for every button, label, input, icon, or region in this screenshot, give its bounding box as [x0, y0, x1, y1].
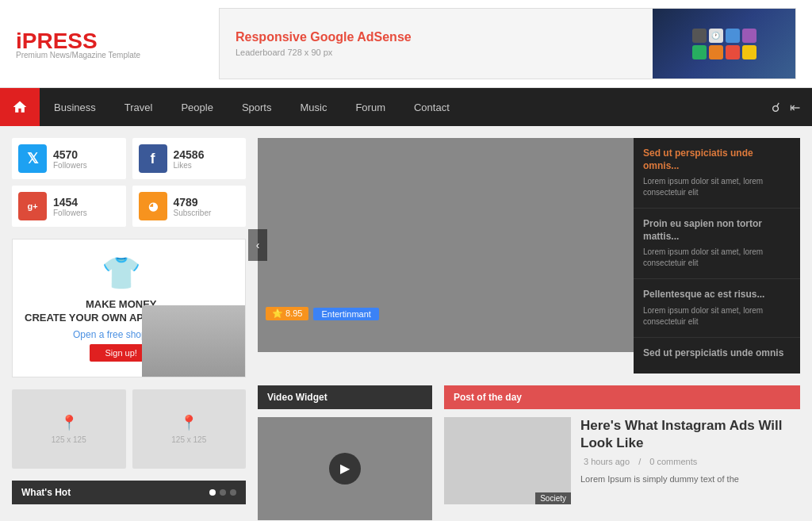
site-logo[interactable]: iPRESS Premium News/Magazine Template — [16, 29, 140, 59]
post-meta-sep: / — [638, 457, 641, 466]
hero-post-2-excerpt: Lorem ipsum dolor sit amet, lorem consec… — [643, 247, 791, 269]
hero-post-4[interactable]: Sed ut perspiciatis unde omnis — [634, 338, 800, 374]
hero-post-3-title: Pellentesque ac est risus... — [643, 289, 791, 301]
nav-item-sports[interactable]: Sports — [228, 90, 286, 125]
rss-icon: ◕ — [139, 192, 167, 220]
video-player[interactable]: ▶ — [258, 417, 432, 520]
ad-subtitle: Leaderboard 728 x 90 px — [236, 48, 637, 57]
hero-sidebar-posts: Sed ut perspiciatis unde omnis... Lorem … — [634, 138, 800, 374]
facebook-icon: f — [139, 144, 167, 173]
facebook-count: 24586 — [174, 148, 205, 161]
nav-items: Business Travel People Sports Music Foru… — [40, 90, 772, 125]
sidebar: 𝕏 4570 Followers f 24586 Likes g+ 1454 — [12, 138, 246, 520]
hero-post-2-title: Proin eu sapien non tortor mattis... — [643, 218, 791, 243]
facebook-stat[interactable]: f 24586 Likes — [132, 138, 247, 179]
ad-laptop-image — [142, 305, 245, 377]
whats-hot-title: What's Hot — [21, 487, 209, 498]
google-icon: g+ — [18, 192, 47, 220]
whats-hot-bar: What's Hot — [12, 481, 246, 504]
carousel-dot-1[interactable] — [209, 489, 216, 496]
carousel-dot-2[interactable] — [220, 489, 226, 496]
google-count: 1454 — [53, 196, 87, 209]
nav-item-business[interactable]: Business — [40, 90, 110, 125]
ad-text: Responsive Google AdSense Leaderboard 72… — [220, 18, 653, 69]
hero-post-1[interactable]: Sed ut perspiciatis unde omnis... Lorem … — [634, 138, 800, 209]
hero-post-3[interactable]: Pellentesque ac est risus... Lorem ipsum… — [634, 279, 800, 338]
post-of-day: Society Here's What Instagram Ads Will L… — [444, 417, 800, 504]
facebook-label: Likes — [174, 161, 205, 170]
video-widget-section: Video Widget ▶ — [258, 385, 432, 520]
post-of-day-header: Post of the day — [444, 385, 800, 409]
hero-section: ‹ ⭐ 8.95 Entertinmant Sed ut perspiciati… — [258, 138, 800, 374]
thumb-size-1: 125 x 125 — [52, 435, 86, 444]
share-icon[interactable]: ⇤ — [790, 100, 800, 115]
post-of-day-section: Post of the day Society Here's What Inst… — [444, 385, 800, 520]
hero-post-1-excerpt: Lorem ipsum dolor sit amet, lorem consec… — [643, 176, 791, 198]
thumbnail-row: 📍 125 x 125 📍 125 x 125 — [12, 389, 246, 469]
post-time: 3 hours ago — [584, 457, 630, 466]
home-icon — [12, 99, 28, 115]
thumbnail-1[interactable]: 📍 125 x 125 — [12, 389, 126, 469]
hero-prev-arrow[interactable]: ‹ — [248, 229, 267, 261]
shirt-icon: 👕 — [25, 255, 217, 292]
thumb-size-2: 125 x 125 — [171, 435, 206, 444]
hero-rating: ⭐ 8.95 — [266, 307, 308, 320]
twitter-stat[interactable]: 𝕏 4570 Followers — [12, 138, 126, 179]
post-excerpt: Lorem Ipsum is simply dummy text of the — [580, 473, 800, 486]
content-wrapper: 𝕏 4570 Followers f 24586 Likes g+ 1454 — [0, 126, 812, 521]
post-badge: Society — [535, 492, 571, 504]
logo-i: i — [16, 29, 22, 53]
main-content: ‹ ⭐ 8.95 Entertinmant Sed ut perspiciati… — [246, 138, 800, 520]
twitter-label: Followers — [53, 161, 87, 170]
below-hero: Video Widget ▶ Post of the day Society H… — [258, 385, 800, 520]
hero-post-2[interactable]: Proin eu sapien non tortor mattis... Lor… — [634, 209, 800, 279]
sidebar-ad: 👕 MAKE MONEY CREATE YOUR OWN APPAREL BRA… — [12, 239, 246, 377]
hero-post-3-excerpt: Lorem ipsum dolor sit amet, lorem consec… — [643, 305, 791, 328]
nav-item-people[interactable]: People — [167, 90, 227, 125]
google-stat[interactable]: g+ 1454 Followers — [12, 186, 126, 227]
main-nav: Business Travel People Sports Music Foru… — [0, 88, 812, 126]
post-of-day-thumbnail: Society — [444, 417, 571, 504]
post-title[interactable]: Here's What Instagram Ads Will Look Like — [580, 417, 800, 452]
home-button[interactable] — [0, 88, 40, 126]
nav-item-contact[interactable]: Contact — [400, 90, 464, 125]
hero-post-4-title: Sed ut perspiciatis unde omnis — [643, 347, 791, 360]
ad-image: 🕐 — [653, 8, 795, 79]
hero-badge: ⭐ 8.95 Entertinmant — [266, 307, 379, 320]
whats-hot-dots — [209, 489, 236, 496]
rss-label: Subscriber — [174, 209, 212, 217]
pin-icon-1: 📍 — [60, 414, 78, 431]
social-stats: 𝕏 4570 Followers f 24586 Likes g+ 1454 — [12, 138, 246, 227]
ad-title: Responsive Google AdSense — [236, 30, 637, 44]
search-icon[interactable]: ☌ — [772, 100, 780, 115]
video-widget-header: Video Widget — [258, 385, 432, 409]
play-button[interactable]: ▶ — [329, 453, 361, 485]
hero-category: Entertinmant — [313, 308, 378, 320]
twitter-count: 4570 — [53, 148, 87, 161]
hero-image: ‹ ⭐ 8.95 Entertinmant — [258, 138, 634, 352]
post-meta: 3 hours ago / 0 comments — [580, 457, 800, 466]
google-label: Followers — [53, 209, 87, 217]
post-content: Here's What Instagram Ads Will Look Like… — [580, 417, 800, 504]
rss-count: 4789 — [174, 196, 212, 209]
post-comments: 0 comments — [649, 457, 697, 466]
logo-subtitle: Premium News/Magazine Template — [16, 51, 140, 59]
pin-icon-2: 📍 — [180, 414, 197, 431]
ad-banner: Responsive Google AdSense Leaderboard 72… — [219, 8, 796, 79]
nav-icon-group: ☌ ⇤ — [772, 100, 812, 115]
nav-item-travel[interactable]: Travel — [110, 90, 167, 125]
hero-post-1-title: Sed ut perspiciatis unde omnis... — [643, 147, 791, 172]
ad-title-highlight: Responsive — [236, 30, 307, 44]
nav-item-music[interactable]: Music — [285, 90, 341, 125]
site-header: iPRESS Premium News/Magazine Template Re… — [0, 0, 812, 88]
nav-item-forum[interactable]: Forum — [341, 90, 400, 125]
thumbnail-2[interactable]: 📍 125 x 125 — [132, 389, 247, 469]
twitter-icon: 𝕏 — [18, 144, 47, 173]
carousel-dot-3[interactable] — [230, 489, 236, 496]
rss-stat[interactable]: ◕ 4789 Subscriber — [132, 186, 247, 227]
ad-title-rest: Google AdSense — [307, 30, 412, 44]
